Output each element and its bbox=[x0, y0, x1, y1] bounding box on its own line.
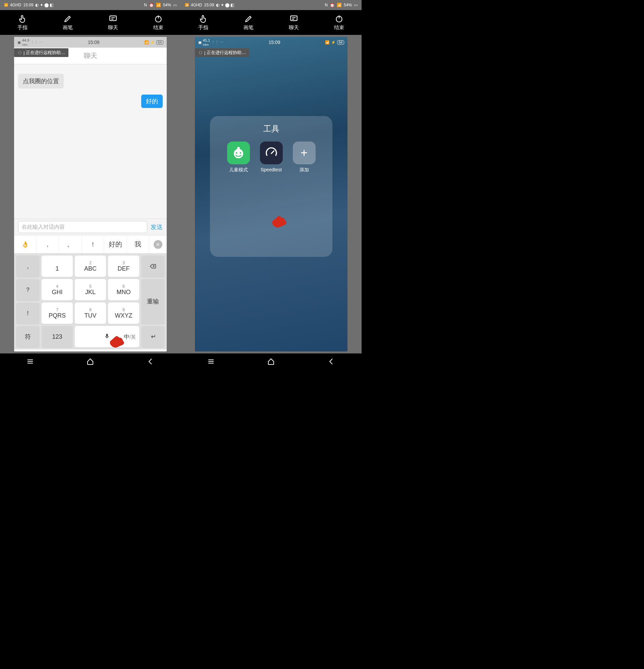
gauge-icon bbox=[260, 142, 283, 164]
left-screenshot: 📶 4GHD 15:09 ◐ ✦ ⬤ ◧ N ⏰ 📶 54% ▭ 手指 画笔 bbox=[0, 0, 181, 371]
battery-icon: ▭ bbox=[354, 3, 358, 8]
alarm-icon: ⏰ bbox=[149, 3, 154, 8]
key-4[interactable]: 4GHI bbox=[42, 279, 73, 300]
svg-point-5 bbox=[234, 149, 243, 158]
chat-input[interactable]: 在此输入对话内容 bbox=[18, 221, 147, 233]
tool-finger-label: 手指 bbox=[17, 25, 28, 31]
app-speed-label: Speedtest bbox=[261, 167, 282, 172]
tool-finger[interactable]: 手指 bbox=[181, 10, 226, 35]
svg-rect-2 bbox=[106, 334, 108, 337]
inner-time-left: 15:09 bbox=[88, 40, 100, 45]
outer-status-bar: 📶 4GHD 15:09 ◐ ✦ ⬤ ◧ N ⏰ 📶 54% ▭ bbox=[0, 0, 181, 10]
plus-icon: + bbox=[293, 142, 316, 164]
tool-brush[interactable]: 画笔 bbox=[226, 10, 271, 35]
key-comma[interactable]: ， bbox=[16, 256, 40, 277]
key-5[interactable]: 5JKL bbox=[75, 279, 106, 300]
key-fn[interactable]: 符 bbox=[16, 326, 40, 347]
tool-finger[interactable]: 手指 bbox=[0, 10, 45, 35]
chat-body[interactable]: 点我圈的位置 好的 bbox=[14, 65, 167, 219]
nfc-icon: N bbox=[325, 3, 328, 8]
suggestion-emoji[interactable]: 👌 bbox=[14, 236, 37, 253]
nav-menu-icon[interactable] bbox=[26, 357, 34, 367]
remote-assist-banner[interactable]: | 正在进行远程协助… bbox=[14, 48, 68, 57]
wifi-icon: 📶 bbox=[156, 3, 161, 8]
tool-end[interactable]: 结束 bbox=[136, 10, 181, 35]
nav-back-icon[interactable] bbox=[146, 357, 155, 367]
outer-toolbar: 手指 画笔 聊天 结束 bbox=[0, 10, 181, 35]
tool-chat[interactable]: 聊天 bbox=[271, 10, 317, 35]
suggestion-2[interactable]: 。 bbox=[59, 236, 82, 253]
svg-point-6 bbox=[237, 147, 240, 150]
keyboard-collapse[interactable]: ✕ bbox=[149, 240, 167, 249]
key-9[interactable]: 9WXYZ bbox=[108, 302, 139, 324]
suggestion-1[interactable]: ， bbox=[37, 236, 59, 253]
tool-end[interactable]: 结束 bbox=[316, 10, 362, 35]
message-outgoing: 好的 bbox=[141, 95, 163, 108]
key-exclaim[interactable]: ！ bbox=[16, 302, 40, 324]
tool-brush[interactable]: 画笔 bbox=[45, 10, 90, 35]
svg-rect-0 bbox=[110, 16, 116, 20]
wifi-icon: 📶 bbox=[144, 40, 149, 45]
outer-time: 15:09 bbox=[23, 3, 33, 8]
suggestion-4[interactable]: 好的 bbox=[104, 236, 127, 253]
svg-point-7 bbox=[236, 152, 237, 154]
app-speedtest[interactable]: Speedtest bbox=[260, 142, 283, 173]
nav-home-icon[interactable] bbox=[267, 357, 275, 367]
outer-toolbar-r: 手指 画笔 聊天 结束 bbox=[181, 10, 362, 35]
chat-title: 聊天 bbox=[84, 51, 97, 60]
wifi-icon: 📶 bbox=[325, 40, 330, 45]
right-screenshot: 📶 4GHD 15:09 ◐ ✦ ⬤ ◧ N ⏰ 📶 54% ▭ 手指 画笔 bbox=[181, 0, 362, 371]
signal-icon: 📶 bbox=[4, 3, 8, 7]
tool-end-label: 结束 bbox=[153, 25, 163, 31]
key-enter[interactable] bbox=[141, 326, 165, 347]
keyboard-suggestions: 👌 ， 。 ！ 好的 我 ✕ bbox=[14, 236, 167, 254]
app-kids-mode[interactable]: 儿童模式 bbox=[227, 142, 250, 173]
key-space[interactable]: 中/英 bbox=[75, 326, 139, 347]
tool-chat-label: 聊天 bbox=[108, 25, 118, 31]
status-icon: ◐ ✦ ⬤ ◧ bbox=[35, 3, 53, 8]
key-question[interactable]: ？ bbox=[16, 279, 40, 300]
send-button[interactable]: 发送 bbox=[151, 223, 163, 231]
tool-brush-label: 画笔 bbox=[63, 25, 73, 31]
key-backspace[interactable] bbox=[141, 256, 165, 277]
key-3[interactable]: 3DEF bbox=[108, 256, 139, 277]
mute-icon: ▣ bbox=[17, 40, 21, 45]
key-2[interactable]: 2ABC bbox=[75, 256, 106, 277]
inner-time-right: 15:09 bbox=[269, 40, 280, 45]
nav-menu-icon[interactable] bbox=[207, 357, 215, 367]
alarm-icon: ⏰ bbox=[330, 3, 335, 8]
wifi-icon: 📶 bbox=[337, 3, 342, 8]
key-123[interactable]: 123 bbox=[42, 326, 73, 347]
nav-back-icon[interactable] bbox=[327, 357, 335, 367]
inner-battery-right: 64 bbox=[337, 40, 344, 45]
inner-phone-home: ▣ 41.1KB/s ⋮⋮ ⋯ 15:09 📶 ⚡ 64 | 正在进行 bbox=[195, 37, 348, 352]
charge-icon: ⚡ bbox=[150, 40, 155, 45]
app-kids-label: 儿童模式 bbox=[229, 167, 248, 173]
inner-phone-chat: ▣ 44.9KB/s ⋮⋮ ⋯ 15:09 📶 ⚡ 64 | 正在进行 bbox=[14, 37, 167, 352]
outer-navbar bbox=[0, 354, 181, 371]
nav-home-icon[interactable] bbox=[86, 357, 94, 367]
tool-chat[interactable]: 聊天 bbox=[90, 10, 136, 35]
app-add-label: 添加 bbox=[299, 167, 309, 173]
mute-icon: ▣ bbox=[198, 40, 201, 45]
key-6[interactable]: 6MNO bbox=[108, 279, 139, 300]
app-add[interactable]: + 添加 bbox=[293, 142, 316, 173]
remote-assist-banner-r[interactable]: | 正在进行远程协助… bbox=[195, 48, 249, 57]
outer-navbar-r bbox=[181, 354, 362, 371]
key-1[interactable]: 11 bbox=[42, 256, 73, 277]
suggestion-5[interactable]: 我 bbox=[127, 236, 149, 253]
inner-status-bar-left: ▣ 44.9KB/s ⋮⋮ ⋯ 15:09 📶 ⚡ 64 bbox=[14, 37, 167, 48]
folder-panel[interactable]: 工具 儿童模式 Speedtest bbox=[210, 116, 332, 257]
svg-point-8 bbox=[239, 152, 241, 154]
outer-net-label: 4GHD bbox=[10, 3, 21, 8]
key-retype[interactable]: 重输 bbox=[141, 279, 165, 324]
battery-icon: ▭ bbox=[173, 3, 177, 8]
signal-icon: 📶 bbox=[185, 3, 189, 7]
key-7[interactable]: 7PQRS bbox=[42, 302, 73, 324]
folder-title: 工具 bbox=[263, 124, 279, 134]
kids-face-icon bbox=[227, 142, 250, 164]
suggestion-3[interactable]: ！ bbox=[82, 236, 104, 253]
key-8[interactable]: 8TUV bbox=[75, 302, 106, 324]
svg-rect-3 bbox=[291, 16, 297, 20]
usb-icon: ⋮⋮ bbox=[30, 40, 38, 45]
